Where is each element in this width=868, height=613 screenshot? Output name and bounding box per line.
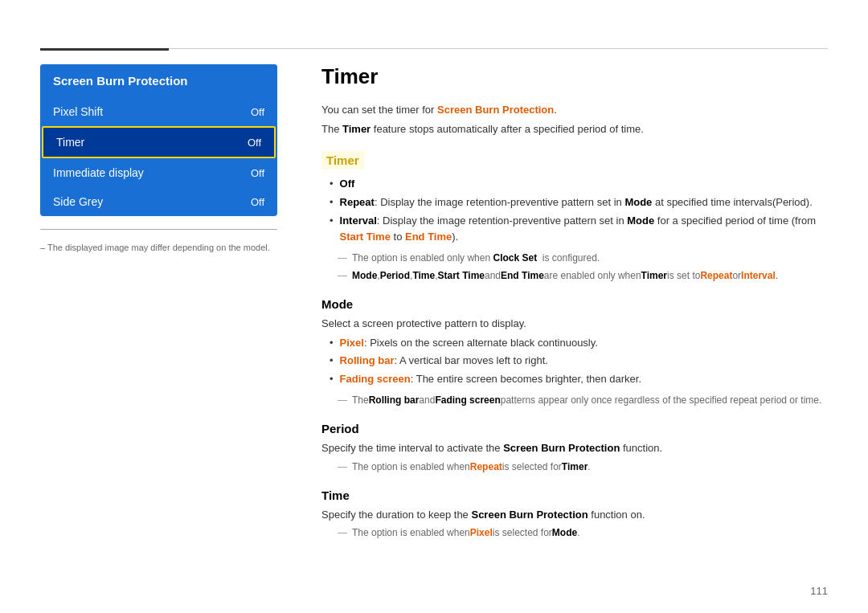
sidebar-item-label: Timer [56, 136, 84, 149]
time-intro: Specify the duration to keep the Screen … [321, 507, 828, 523]
rolling-bar-text: Rolling bar: A vertical bar moves left t… [340, 353, 548, 370]
sidebar-item-label: Side Grey [53, 195, 103, 208]
sidebar-item-immediate-display[interactable]: Immediate display Off [40, 158, 277, 187]
timer-subsection-heading: Timer [321, 151, 364, 170]
period-heading: Period [321, 422, 828, 435]
sidebar-item-value: Off [251, 106, 264, 118]
timer-bold: Timer [342, 123, 371, 135]
period-intro: Specify the time interval to activate th… [321, 440, 828, 456]
mode-note: The Rolling bar and Fading screen patter… [338, 393, 828, 407]
time-note: The option is enabled when Pixel is sele… [338, 525, 828, 540]
mode-bullet-list: Pixel: Pixels on the screen alternate bl… [330, 335, 828, 388]
list-item-fading-screen: Fading screen: The entire screen becomes… [330, 371, 828, 388]
page-title: Timer [321, 64, 828, 89]
time-heading: Time [321, 488, 828, 502]
sidebar-item-value: Off [251, 167, 264, 179]
list-item-rolling-bar: Rolling bar: A vertical bar moves left t… [330, 353, 828, 370]
top-accent-line [40, 48, 169, 51]
off-label: Off [340, 176, 355, 193]
fading-screen-text: Fading screen: The entire screen becomes… [340, 371, 642, 388]
main-content: Timer You can set the timer for Screen B… [321, 64, 828, 581]
list-item-off: Off [330, 176, 828, 193]
sidebar-item-timer[interactable]: Timer Off [42, 126, 276, 158]
sidebar: Screen Burn Protection Pixel Shift Off T… [40, 64, 277, 252]
sbp-link-1: Screen Burn Protection [437, 104, 554, 116]
menu-box: Screen Burn Protection Pixel Shift Off T… [40, 64, 277, 216]
timer-note-2: Mode, Period, Time, Start Time and End T… [338, 268, 828, 283]
repeat-text: Repeat: Display the image retention-prev… [340, 194, 813, 211]
pixel-text: Pixel: Pixels on the screen alternate bl… [340, 335, 598, 352]
sidebar-note: – The displayed image may differ dependi… [40, 243, 277, 252]
mode-intro: Select a screen protective pattern to di… [321, 316, 828, 332]
menu-title: Screen Burn Protection [40, 64, 277, 97]
timer-note-1: The option is enabled only when Clock Se… [338, 251, 828, 265]
sidebar-item-label: Pixel Shift [53, 105, 103, 118]
sidebar-item-label: Immediate display [53, 166, 144, 179]
mode-heading: Mode [321, 297, 828, 311]
list-item-pixel: Pixel: Pixels on the screen alternate bl… [330, 335, 828, 352]
list-item-interval: Interval: Display the image retention-pr… [330, 213, 828, 247]
sidebar-divider [40, 229, 277, 230]
sidebar-item-value: Off [248, 137, 261, 149]
intro-line-2: The Timer feature stops automatically af… [321, 121, 828, 137]
period-note: The option is enabled when Repeat is sel… [338, 460, 828, 474]
sidebar-item-pixel-shift[interactable]: Pixel Shift Off [40, 97, 277, 126]
intro-line-1: You can set the timer for Screen Burn Pr… [321, 102, 828, 118]
sidebar-item-value: Off [251, 196, 264, 208]
sidebar-item-side-grey[interactable]: Side Grey Off [40, 187, 277, 216]
list-item-repeat: Repeat: Display the image retention-prev… [330, 194, 828, 211]
page-number: 111 [810, 585, 828, 597]
timer-bullet-list: Off Repeat: Display the image retention-… [330, 176, 828, 246]
interval-text: Interval: Display the image retention-pr… [340, 213, 828, 247]
